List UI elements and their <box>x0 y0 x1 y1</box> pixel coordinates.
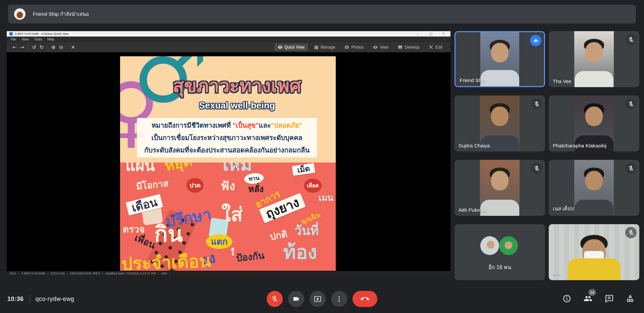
call-controls <box>267 291 377 307</box>
wordcloud-word-23: ปกติ <box>269 230 288 242</box>
tab-label: Photos <box>351 45 364 50</box>
wordcloud-word-2: หยุด <box>163 163 194 173</box>
activities-button[interactable] <box>626 294 635 303</box>
mic-off-icon <box>628 165 634 172</box>
participant-tile-4[interactable]: Phatcharapha Klakasikij <box>549 96 639 151</box>
wordcloud-word-10: เลือด <box>304 179 322 193</box>
participant-count-badge: 24 <box>588 289 596 296</box>
mic-muted-chip <box>531 163 542 174</box>
definition-line-3: กับระดับสังคมที่จะต้องประสานสอดคล้องกันอ… <box>137 144 317 156</box>
camera-icon <box>344 45 349 50</box>
status-separator: | <box>158 272 159 275</box>
wordcloud-word-21: แตก <box>206 234 232 249</box>
acdsee-app-icon <box>9 32 13 36</box>
wordcloud-word-19: เพื่อน <box>133 233 157 250</box>
tab-label: Develop <box>405 45 419 50</box>
mouse-cursor <box>234 164 239 171</box>
hang-up-button[interactable] <box>353 291 377 307</box>
chat-button[interactable] <box>605 294 613 303</box>
zoom-out-icon: ⊖ <box>57 45 65 50</box>
eye-icon <box>373 45 378 50</box>
meeting-info: 10:36 qco-rydw-ewg <box>7 295 74 303</box>
mic-off-icon <box>628 230 634 236</box>
highlight-happy: "เป็นสุข" <box>233 122 259 129</box>
tab-edit: Edit <box>425 44 446 51</box>
status-separator: | <box>47 272 48 275</box>
wordcloud-word-25: ป้องกัน <box>236 251 265 263</box>
status-segment: 3307x3307x24b JPEG <box>70 272 100 275</box>
presentation-slide: ♀ ♂ สุขภาวะทางเพศ Sexual well-being หมาย… <box>120 56 336 271</box>
overflow-avatar-1 <box>480 236 499 255</box>
tab-label: Quick View <box>284 45 305 50</box>
acdsee-titlebar: 4.สุขภาวะทางเพศ - ACDSee Quick View − ▢ … <box>7 31 450 37</box>
participant-video <box>574 31 614 87</box>
meeting-details-button[interactable] <box>562 294 571 303</box>
participant-grid: Friend ShipTha VeeSujitra ChaiyaPhatchar… <box>454 31 639 280</box>
presenter-avatar <box>14 8 25 20</box>
maximize-icon: ▢ <box>429 32 432 36</box>
participant-name: Sujitra Chaiya <box>459 143 490 148</box>
more-options-button[interactable] <box>331 291 347 307</box>
participant-tile-3[interactable]: Sujitra Chaiya <box>454 96 545 151</box>
acdsee-menubar: FileViewToolsHelp <box>7 37 450 42</box>
participant-tile-1[interactable]: Friend Ship <box>454 31 545 87</box>
mic-muted-chip <box>625 227 637 238</box>
participant-tile-8[interactable]: คุณ <box>549 224 639 280</box>
tab-label: Edit <box>435 45 442 50</box>
activities-icon <box>626 294 635 303</box>
call-end-icon <box>361 295 369 303</box>
participant-tile-7[interactable]: อีก 16 คน <box>454 224 545 280</box>
participant-video <box>574 160 614 216</box>
definition-line-1: หมายถึงการมีชีวิตทางเพศที่ "เป็นสุข"และ"… <box>137 119 317 132</box>
participant-name: Phatcharapha Klakasikij <box>553 143 606 148</box>
participants-button[interactable]: 24 <box>584 294 592 303</box>
status-segment: 2720.6 KB <box>50 272 64 275</box>
close-x-icon: ✕ <box>69 45 77 50</box>
wordcloud-word-26: รู้ <box>231 248 234 254</box>
camera-button[interactable] <box>288 291 304 307</box>
mic-off-icon <box>628 37 634 43</box>
side-panel-buttons: 24 <box>562 294 635 303</box>
rotate-ccw-icon: ↺ <box>30 45 38 50</box>
slide-subtitle: Sexual well-being <box>140 101 334 111</box>
mic-muted-chip <box>625 34 637 45</box>
wordcloud-word-20: กิน <box>154 223 183 245</box>
edit-icon <box>429 45 433 50</box>
participant-tile-5[interactable]: Aith Pukmak <box>454 160 545 216</box>
acdsee-navtools: ←→↺↻⊕⊖✕ <box>7 45 79 50</box>
eye-icon <box>278 45 282 50</box>
wordcloud-word-11: เมน <box>319 193 333 202</box>
status-segment: 28% <box>161 272 167 275</box>
chat-icon <box>605 294 613 303</box>
acdsee-toolbar: ←→↺↻⊕⊖✕ Quick ViewManagePhotosViewDevelo… <box>7 42 450 52</box>
screen-share-region[interactable]: 4.สุขภาวะทางเพศ - ACDSee Quick View − ▢ … <box>7 31 450 276</box>
rotate-cw-icon: ↻ <box>38 45 46 50</box>
overflow-count-label: อีก 16 คน <box>454 263 545 271</box>
menu-help: Help <box>45 38 57 41</box>
status-segment: 4.สุขภาวะทางเพศ <box>21 271 45 276</box>
person-body <box>575 71 613 87</box>
status-separator: | <box>170 272 170 275</box>
overflow-avatar-2 <box>499 236 518 255</box>
participant-name: คุณ <box>553 269 561 277</box>
back-icon: ← <box>11 45 18 50</box>
menu-view: View <box>19 38 32 41</box>
tool-group: ✕ <box>67 45 79 50</box>
person-face <box>585 42 603 62</box>
tab-manage: Manage <box>311 44 338 51</box>
speaking-indicator <box>530 35 541 46</box>
tab-photos: Photos <box>341 44 367 51</box>
status-segment: 8/14 <box>10 272 16 275</box>
slide-title: สุขภาวะทางเพศ <box>140 71 334 100</box>
mic-button[interactable] <box>267 291 283 307</box>
participant-video <box>480 32 519 86</box>
forward-icon: → <box>18 45 26 50</box>
tab-label: View <box>380 45 388 50</box>
participant-tile-2[interactable]: Tha Vee <box>549 31 639 87</box>
mic-muted-chip <box>625 163 637 174</box>
person-face <box>585 107 603 126</box>
wordcloud-word-7: ฟัง <box>221 180 235 192</box>
present-button[interactable] <box>310 291 326 307</box>
participant-tile-6[interactable]: เนส เค็ปป <box>549 160 639 216</box>
wordcloud-word-27: ท้อง <box>283 242 317 262</box>
